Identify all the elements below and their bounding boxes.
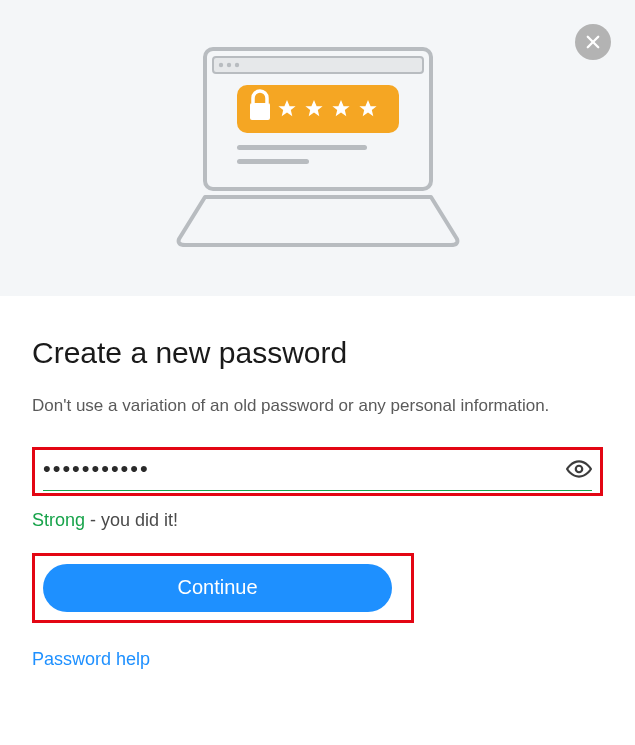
password-input-row[interactable]: ••••••••••• xyxy=(43,456,592,491)
password-strength-text: Strong - you did it! xyxy=(32,510,603,531)
continue-button[interactable]: Continue xyxy=(43,564,392,612)
svg-rect-3 xyxy=(213,57,423,73)
password-help-link[interactable]: Password help xyxy=(32,649,150,669)
page-title: Create a new password xyxy=(32,336,603,370)
strength-suffix: - you did it! xyxy=(85,510,178,530)
close-button[interactable] xyxy=(575,24,611,60)
laptop-password-illustration xyxy=(163,43,473,253)
page-subtitle: Don't use a variation of an old password… xyxy=(32,394,603,419)
svg-point-6 xyxy=(234,63,238,67)
svg-point-5 xyxy=(226,63,230,67)
strength-label: Strong xyxy=(32,510,85,530)
continue-button-highlight: Continue xyxy=(32,553,414,623)
content-area: Create a new password Don't use a variat… xyxy=(0,296,635,670)
password-field-highlight: ••••••••••• xyxy=(32,447,603,496)
password-input[interactable]: ••••••••••• xyxy=(43,458,566,480)
svg-rect-10 xyxy=(237,159,309,164)
svg-rect-8 xyxy=(250,103,270,120)
close-icon xyxy=(584,33,602,51)
show-password-icon[interactable] xyxy=(566,456,592,482)
svg-rect-9 xyxy=(237,145,367,150)
svg-point-11 xyxy=(576,465,583,472)
hero-banner xyxy=(0,0,635,296)
svg-point-4 xyxy=(218,63,222,67)
